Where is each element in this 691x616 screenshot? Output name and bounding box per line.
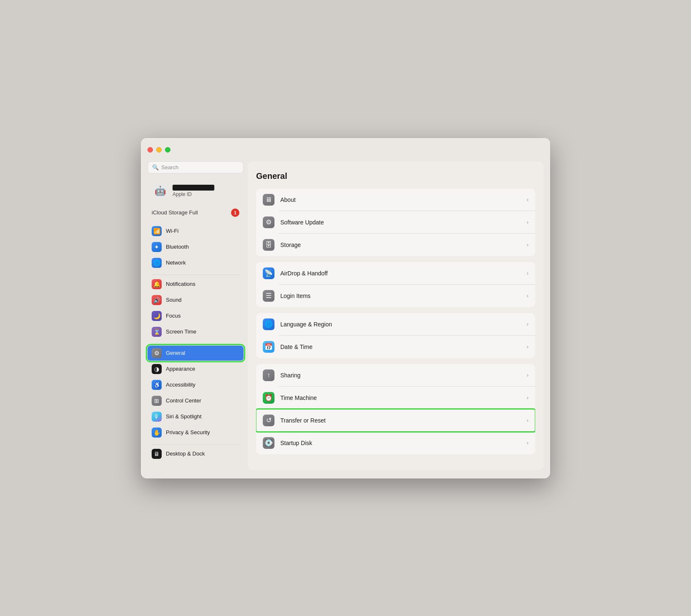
airdrop-icon: 📡 <box>263 267 274 279</box>
software-update-label: Software Update <box>280 219 521 226</box>
sidebar-item-desktop[interactable]: 🖥 Desktop & Dock <box>147 446 244 461</box>
accessibility-icon: ♿ <box>152 380 162 390</box>
sidebar-item-notifications[interactable]: 🔔 Notifications <box>147 277 244 292</box>
storage-icon: 🗄 <box>263 239 274 251</box>
divider-3 <box>152 444 239 445</box>
settings-row-storage[interactable]: 🗄 Storage › <box>256 234 535 256</box>
sidebar-item-focus[interactable]: 🌙 Focus <box>147 308 244 323</box>
storage-label: Storage <box>280 242 521 248</box>
search-icon: 🔍 <box>152 164 159 171</box>
sidebar-item-network[interactable]: 🌐 Network <box>147 255 244 270</box>
divider-2 <box>152 344 239 344</box>
transfer-reset-icon: ↺ <box>263 415 274 426</box>
sidebar-item-label-notifications: Notifications <box>166 281 196 287</box>
sidebar-item-siri[interactable]: 🎙 Siri & Spotlight <box>147 409 244 424</box>
settings-row-transfer-reset[interactable]: ↺ Transfer or Reset › <box>256 409 535 432</box>
sidebar-item-label-network: Network <box>166 260 186 266</box>
icloud-banner[interactable]: iCloud Storage Full 1 <box>147 205 244 220</box>
avatar: 🤖 <box>152 183 168 199</box>
settings-group-3: 🌐 Language & Region › 📅 Date & Time › <box>256 313 535 358</box>
settings-row-sharing[interactable]: ↑ Sharing › <box>256 364 535 387</box>
startup-disk-chevron: › <box>527 440 528 446</box>
sidebar-item-label-general: General <box>166 350 185 356</box>
login-items-icon: ☰ <box>263 290 274 302</box>
about-label: About <box>280 196 521 203</box>
sharing-label: Sharing <box>280 372 521 379</box>
panel-title: General <box>256 171 535 181</box>
sidebar-item-label-bluetooth: Bluetooth <box>166 244 189 250</box>
startup-disk-icon: 💽 <box>263 437 274 449</box>
general-icon: ⚙ <box>152 348 162 358</box>
sidebar-item-sound[interactable]: 🔊 Sound <box>147 293 244 308</box>
settings-row-date-time[interactable]: 📅 Date & Time › <box>256 336 535 358</box>
settings-row-login-items[interactable]: ☰ Login Items › <box>256 285 535 307</box>
settings-row-about[interactable]: 🖥 About › <box>256 188 535 211</box>
storage-chevron: › <box>527 242 528 248</box>
apple-id-section[interactable]: 🤖 Apple ID <box>147 179 244 203</box>
apple-id-name-redacted <box>173 185 214 191</box>
airdrop-label: AirDrop & Handoff <box>280 270 521 277</box>
divider-1 <box>152 275 239 275</box>
about-icon: 🖥 <box>263 194 274 206</box>
startup-disk-label: Startup Disk <box>280 440 521 446</box>
language-region-icon: 🌐 <box>263 318 274 330</box>
title-bar <box>141 138 550 156</box>
sidebar-item-label-screentime: Screen Time <box>166 328 196 335</box>
close-button[interactable] <box>147 147 153 153</box>
sidebar-item-label-siri: Siri & Spotlight <box>166 413 201 420</box>
sidebar-item-accessibility[interactable]: ♿ Accessibility <box>147 377 244 392</box>
apple-id-label: Apple ID <box>173 191 214 197</box>
screentime-icon: ⌛ <box>152 327 162 337</box>
sidebar-item-bluetooth[interactable]: ✦ Bluetooth <box>147 239 244 255</box>
sidebar-item-privacy[interactable]: ✋ Privacy & Security <box>147 425 244 440</box>
maximize-button[interactable] <box>165 147 170 153</box>
icloud-storage-label: iCloud Storage Full <box>152 209 198 216</box>
appearance-icon: ◑ <box>152 364 162 374</box>
main-panel: General 🖥 About › ⚙ Software Update › 🗄 … <box>248 161 544 470</box>
date-time-label: Date & Time <box>280 344 521 350</box>
sidebar-item-label-accessibility: Accessibility <box>166 382 196 388</box>
bluetooth-icon: ✦ <box>152 242 162 252</box>
search-bar[interactable]: 🔍 Search <box>147 161 244 173</box>
sound-icon: 🔊 <box>152 295 162 305</box>
settings-group-1: 🖥 About › ⚙ Software Update › 🗄 Storage … <box>256 188 535 256</box>
settings-row-language-region[interactable]: 🌐 Language & Region › <box>256 313 535 336</box>
sidebar-item-appearance[interactable]: ◑ Appearance <box>147 361 244 377</box>
login-items-chevron: › <box>527 293 528 299</box>
language-region-chevron: › <box>527 321 528 327</box>
sidebar-item-label-sound: Sound <box>166 297 182 303</box>
sidebar-item-screentime[interactable]: ⌛ Screen Time <box>147 324 244 339</box>
privacy-icon: ✋ <box>152 428 162 438</box>
search-placeholder: Search <box>161 164 178 171</box>
sidebar: 🔍 Search 🤖 Apple ID iCloud Storage Full … <box>147 161 248 470</box>
settings-row-airdrop[interactable]: 📡 AirDrop & Handoff › <box>256 262 535 285</box>
siri-icon: 🎙 <box>152 412 162 422</box>
sidebar-item-wifi[interactable]: 📶 Wi-Fi <box>147 224 244 239</box>
sidebar-section-system: ⚙ General ◑ Appearance ♿ Accessibility ⊞… <box>147 346 244 440</box>
settings-group-2: 📡 AirDrop & Handoff › ☰ Login Items › <box>256 262 535 307</box>
sidebar-item-controlcenter[interactable]: ⊞ Control Center <box>147 393 244 408</box>
settings-row-startup-disk[interactable]: 💽 Startup Disk › <box>256 432 535 454</box>
minimize-button[interactable] <box>156 147 162 153</box>
date-time-icon: 📅 <box>263 341 274 353</box>
login-items-label: Login Items <box>280 293 521 299</box>
software-update-chevron: › <box>527 219 528 225</box>
settings-row-software-update[interactable]: ⚙ Software Update › <box>256 211 535 234</box>
settings-group-4: ↑ Sharing › ⏰ Time Machine › ↺ Transfer … <box>256 364 535 454</box>
notifications-icon: 🔔 <box>152 279 162 289</box>
about-chevron: › <box>527 196 528 203</box>
controlcenter-icon: ⊞ <box>152 396 162 406</box>
sidebar-section-desktop: 🖥 Desktop & Dock <box>147 446 244 461</box>
sidebar-item-label-controlcenter: Control Center <box>166 397 201 404</box>
icloud-badge: 1 <box>231 209 239 217</box>
sharing-chevron: › <box>527 372 528 378</box>
settings-row-time-machine[interactable]: ⏰ Time Machine › <box>256 387 535 409</box>
system-preferences-window: 🔍 Search 🤖 Apple ID iCloud Storage Full … <box>141 138 550 479</box>
time-machine-label: Time Machine <box>280 395 521 401</box>
sidebar-item-label-desktop: Desktop & Dock <box>166 451 205 457</box>
software-update-icon: ⚙ <box>263 216 274 228</box>
sidebar-item-general[interactable]: ⚙ General <box>147 346 244 361</box>
apple-id-info: Apple ID <box>173 185 214 197</box>
sidebar-item-label-focus: Focus <box>166 313 180 319</box>
transfer-reset-label: Transfer or Reset <box>280 417 521 424</box>
